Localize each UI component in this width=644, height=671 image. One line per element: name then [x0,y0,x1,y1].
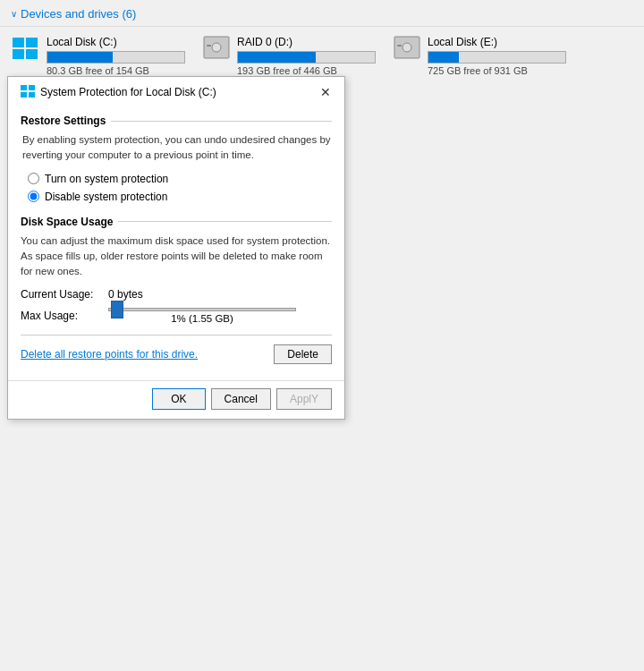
chevron-icon: ∨ [11,9,17,19]
svg-rect-10 [21,85,27,90]
svg-rect-11 [29,85,35,90]
dialog-title-icon [21,85,35,99]
delete-row: Delete all restore points for this drive… [21,335,332,364]
max-usage-slider-container: 1% (1.55 GB) [108,308,332,324]
current-usage-value: 0 bytes [108,288,143,301]
radio-on-input[interactable] [28,173,39,184]
max-usage-label: Max Usage: [21,310,101,322]
svg-point-8 [402,43,411,52]
drive-e-name: Local Disk (E:) [428,36,566,48]
drive-d-name: RAID 0 (D:) [237,36,376,48]
radio-on-label: Turn on system protection [45,173,168,185]
hdd-icon-e [394,36,420,59]
radio-turn-on[interactable]: Turn on system protection [28,173,332,185]
svg-rect-6 [207,45,211,47]
restore-settings-description: By enabling system protection, you can u… [21,132,332,164]
drive-e-size: 725 GB free of 931 GB [428,65,566,76]
dialog-body: Restore Settings By enabling system prot… [8,107,344,380]
devices-drives-label: Devices and drives (6) [21,7,136,21]
cancel-button[interactable]: Cancel [211,388,271,410]
radio-off-label: Disable system protection [45,191,167,203]
max-usage-slider[interactable] [108,308,296,311]
drive-d-size: 193 GB free of 446 GB [237,65,376,76]
dialog-titlebar: System Protection for Local Disk (C:) ✕ [8,77,344,107]
devices-drives-header[interactable]: ∨ Devices and drives (6) [11,7,633,21]
svg-rect-2 [13,49,24,59]
drive-e[interactable]: Local Disk (E:) 725 GB free of 931 GB [394,36,566,76]
restore-settings-header: Restore Settings [21,115,332,127]
drive-c-bar [47,51,185,64]
hdd-icon-d [203,36,230,59]
dialog-footer: OK Cancel ApplY [8,380,344,419]
radio-disable[interactable]: Disable system protection [28,191,332,203]
drive-c-name: Local Disk (C:) [47,36,185,48]
drive-e-bar [428,51,566,64]
restore-settings-radios: Turn on system protection Disable system… [21,173,332,203]
svg-rect-12 [21,92,27,98]
ok-button[interactable]: OK [152,388,205,410]
dialog-close-button[interactable]: ✕ [316,82,335,102]
current-usage-label: Current Usage: [21,288,101,301]
dialog-title: System Protection for Local Disk (C:) [40,86,316,98]
svg-rect-9 [397,45,402,47]
svg-rect-13 [29,92,35,98]
windows-icon [11,36,39,61]
drive-c-size: 80.3 GB free of 154 GB [47,65,185,76]
svg-rect-1 [26,38,38,47]
max-usage-row: Max Usage: 1% (1.55 GB) [21,308,332,324]
delete-button[interactable]: Delete [274,344,332,364]
apply-button[interactable]: ApplY [276,388,332,410]
drive-c[interactable]: Local Disk (C:) 80.3 GB free of 154 GB [11,36,185,76]
svg-rect-3 [26,49,38,59]
delete-restore-points-label: Delete all restore points for this drive… [21,348,198,361]
svg-rect-0 [13,38,24,47]
system-protection-dialog: System Protection for Local Disk (C:) ✕ … [7,76,345,420]
radio-off-input[interactable] [28,191,39,202]
current-usage-row: Current Usage: 0 bytes [21,288,332,301]
drive-d[interactable]: RAID 0 (D:) 193 GB free of 446 GB [203,36,376,76]
drive-d-bar [237,51,376,64]
svg-point-5 [212,43,221,52]
disk-space-header: Disk Space Usage [21,216,332,228]
disk-space-section: Disk Space Usage You can adjust the maxi… [21,216,332,365]
disk-space-description: You can adjust the maximum disk space us… [21,234,332,280]
